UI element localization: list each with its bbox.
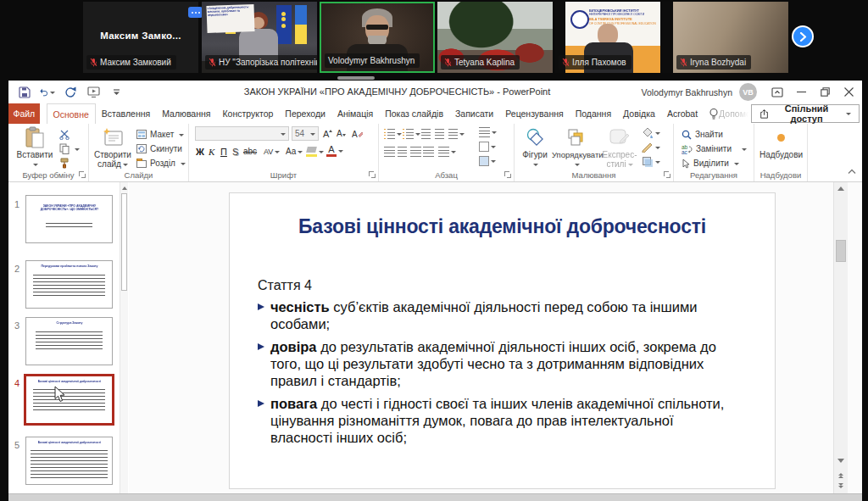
font-size-combo[interactable]: 54 <box>292 126 319 141</box>
participant-tile-bakhrushyn-active-speaker[interactable]: Volodymyr Bakhrushyn <box>320 2 435 73</box>
shapes-button[interactable]: Фігури <box>518 125 552 169</box>
change-case-button[interactable]: Aa <box>286 145 303 158</box>
participant-tile-pakhomov[interactable]: БІЛОЦЕРКІВСЬКИЙ ІНСТИТУТ НЕПЕРЕРВНОЇ ПРО… <box>555 2 670 73</box>
next-participants-button[interactable] <box>793 27 812 46</box>
layout-button[interactable]: Макет <box>136 128 184 141</box>
slide-article[interactable]: Стаття 4 <box>258 278 312 293</box>
strikethrough-button[interactable]: abc <box>243 145 257 158</box>
undo-button[interactable] <box>40 85 55 100</box>
align-left-button[interactable] <box>384 145 395 158</box>
tab-slideshow[interactable]: Показ слайдів <box>379 103 449 124</box>
decrease-indent-button[interactable] <box>421 127 431 140</box>
thumbnail-scroll-thumb[interactable] <box>121 193 127 291</box>
align-center-button[interactable] <box>398 145 407 158</box>
cut-button[interactable] <box>59 128 70 141</box>
slide-title[interactable]: Базові цінності академічної доброчесност… <box>247 215 758 238</box>
select-button[interactable]: Виділити <box>682 157 739 170</box>
clear-formatting-button[interactable]: A <box>352 127 363 140</box>
bold-button[interactable]: Ж <box>196 145 204 158</box>
close-button[interactable] <box>837 81 860 103</box>
format-painter-button[interactable] <box>59 157 70 170</box>
numbering-button[interactable] <box>403 127 420 140</box>
copy-button[interactable] <box>59 142 80 155</box>
previous-slide-button[interactable] <box>834 468 848 480</box>
start-slideshow-button[interactable] <box>86 85 101 100</box>
thumbnail-slide-2[interactable]: Передумови прийняття нового Закону <box>25 260 113 309</box>
underline-button[interactable]: П <box>220 145 227 158</box>
paste-button[interactable]: Вставити <box>15 125 54 169</box>
next-slide-button[interactable] <box>834 481 848 493</box>
tell-me-hint[interactable]: Допомо <box>719 103 748 124</box>
redo-button[interactable] <box>63 85 78 100</box>
customize-qat-button[interactable] <box>108 85 124 100</box>
line-spacing-button[interactable] <box>448 127 465 140</box>
tab-help[interactable]: Довідка <box>617 103 661 124</box>
shape-fill-button[interactable] <box>642 126 660 139</box>
addins-button[interactable]: Надбудови <box>754 125 808 159</box>
align-text-button[interactable] <box>479 140 496 153</box>
highlight-color-button[interactable] <box>306 145 324 158</box>
tab-file[interactable]: Файл <box>8 103 40 124</box>
tab-insert[interactable]: Вставлення <box>96 103 156 124</box>
scroll-thumb[interactable] <box>836 240 846 262</box>
italic-button[interactable]: К <box>209 145 214 158</box>
slide-body[interactable]: чесність суб’єктів академічної діяльност… <box>258 298 732 452</box>
tab-transitions[interactable]: Переходи <box>279 103 331 124</box>
shape-effects-button[interactable] <box>642 155 660 168</box>
bullets-button[interactable] <box>384 127 402 140</box>
arrange-button[interactable]: Упорядкувати <box>552 125 601 169</box>
find-button[interactable]: Знайти <box>682 128 723 141</box>
participant-tile-bozhydai[interactable]: Iryna Bozhydai <box>673 2 788 73</box>
tab-animations[interactable]: Анімація <box>331 103 379 124</box>
new-slide-button[interactable]: Створити слайд <box>93 125 132 169</box>
character-spacing-button[interactable]: AV <box>264 145 280 158</box>
restore-button[interactable] <box>813 81 837 103</box>
share-button[interactable]: Спільний доступ <box>751 104 860 123</box>
tab-draw[interactable]: Малювання <box>156 103 216 124</box>
thumbnail-slide-1[interactable]: ЗАКОН УКРАЇНИ «ПРО АКАДЕМІЧНУ ДОБРОЧЕСНІ… <box>25 195 113 243</box>
increase-indent-button[interactable] <box>435 127 444 140</box>
main-scrollbar[interactable] <box>833 182 848 494</box>
copy-dropdown[interactable] <box>75 148 80 153</box>
shrink-font-button[interactable]: A <box>337 127 346 140</box>
shape-outline-button[interactable] <box>642 141 660 153</box>
text-shadow-button[interactable]: S <box>232 145 238 158</box>
section-button[interactable]: Розділ <box>136 157 186 170</box>
tab-review[interactable]: Рецензування <box>499 103 569 124</box>
font-color-button[interactable]: A <box>326 144 343 157</box>
participant-tile-zp[interactable]: «Академічна доброчесність: виклики, проб… <box>202 2 317 73</box>
thumbnail-slide-4-selected[interactable]: Базові цінності академічної доброчесност… <box>24 374 114 426</box>
columns-button[interactable] <box>438 145 456 158</box>
grow-font-button[interactable]: A <box>323 127 332 140</box>
ribbon-display-options-button[interactable] <box>765 81 789 103</box>
align-right-button[interactable] <box>410 145 421 158</box>
tell-me-button[interactable] <box>709 103 719 124</box>
text-direction-button[interactable] <box>479 125 497 138</box>
minimize-button[interactable] <box>789 81 813 103</box>
tab-home[interactable]: Основне <box>47 103 96 124</box>
current-slide[interactable]: Базові цінності академічної доброчесност… <box>229 192 776 489</box>
save-button[interactable] <box>17 85 32 100</box>
tab-record[interactable]: Записати <box>449 103 499 124</box>
participant-tile-maksym[interactable]: Максим Замко... Максим Замковий <box>83 2 198 73</box>
notes-splitter[interactable] <box>8 493 862 501</box>
strip-resize-handle[interactable] <box>337 76 375 80</box>
participant-tile-kaplina[interactable]: Tetyana Kaplina <box>437 2 553 73</box>
thumbnail-scrollbar[interactable] <box>120 182 128 494</box>
collapse-ribbon-button[interactable] <box>848 164 856 177</box>
scroll-up-button[interactable] <box>834 182 848 195</box>
quick-styles-button[interactable]: Експрес- стилі <box>601 125 638 169</box>
scroll-down-button[interactable] <box>834 454 848 467</box>
tab-design[interactable]: Конструктор <box>216 103 279 124</box>
more-options-button[interactable] <box>188 7 203 18</box>
thumbnail-slide-5[interactable]: Базові цінності академічної доброчесност… <box>25 437 113 485</box>
avatar[interactable]: VB <box>739 83 757 101</box>
reset-button[interactable]: Скинути <box>136 142 182 155</box>
replace-button[interactable]: abac Замінити <box>682 142 747 155</box>
convert-smartart-button[interactable] <box>479 154 496 167</box>
thumbnail-slide-3[interactable]: Структура Закону <box>25 317 113 365</box>
justify-button[interactable] <box>423 145 434 158</box>
tab-acrobat[interactable]: Acrobat <box>661 103 704 124</box>
font-name-combo[interactable] <box>195 126 289 141</box>
tab-view[interactable]: Подання <box>570 103 617 124</box>
